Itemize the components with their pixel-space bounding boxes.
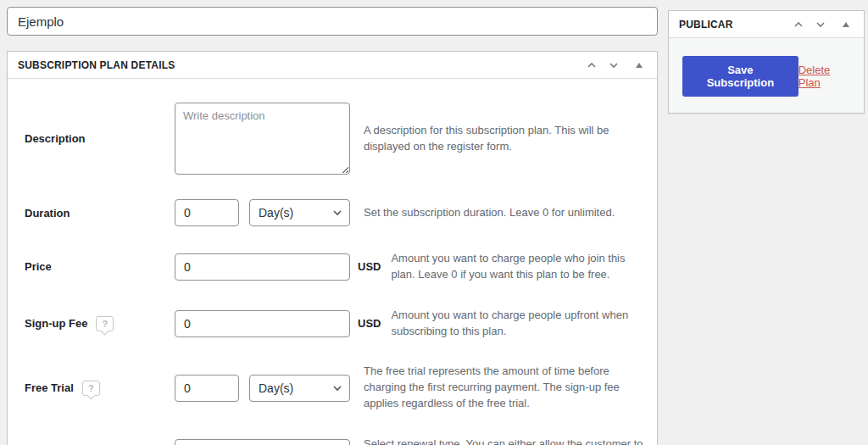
plan-title-input[interactable] [7,7,658,36]
free-trial-unit-select[interactable]: Day(s) [249,375,350,402]
main-column: SUBSCRIPTION PLAN DETAILS Description [7,7,658,445]
duration-help: Set the subscription duration. Leave 0 f… [364,205,643,221]
description-row: Description A description for this subsc… [18,103,648,175]
description-textarea[interactable] [175,103,350,175]
price-currency-label: USD [358,260,381,273]
free-trial-help: The free trial represents the amount of … [364,364,643,412]
signup-fee-row: Sign-up Fee ? USD Amount you want to cha… [18,308,648,340]
delete-plan-link[interactable]: Delete Plan [798,64,852,89]
triangle-up-icon [843,22,849,27]
chevron-down-icon[interactable] [813,17,828,32]
price-input[interactable] [175,253,350,281]
sidebar-column: PUBLICAR Save Subscription Delete Plan [668,10,865,114]
save-subscription-button[interactable]: Save Subscription [682,56,798,97]
publish-box: PUBLICAR Save Subscription Delete Plan [668,10,865,114]
publish-box-body: Save Subscription Delete Plan [669,38,864,113]
free-trial-label: Free Trial [25,381,74,394]
description-help: A description for this subscription plan… [364,123,643,155]
chevron-up-icon[interactable] [791,17,806,32]
chevron-up-icon[interactable] [584,58,599,73]
details-box-controls [584,58,647,73]
description-label: Description [18,132,175,145]
publish-box-title: PUBLICAR [679,19,791,31]
chevron-down-icon[interactable] [606,58,621,73]
signup-fee-currency-label: USD [358,317,381,330]
price-label: Price [18,260,175,273]
details-box-header: SUBSCRIPTION PLAN DETAILS [8,52,657,79]
help-tooltip-icon[interactable]: ? [82,381,100,396]
price-help: Amount you want to charge people who joi… [391,251,643,283]
details-box-title: SUBSCRIPTION PLAN DETAILS [18,59,584,71]
duration-row: Duration Day(s) Set the subscription dur… [18,199,648,226]
renewal-row: Renewal Settings default Select renewal … [18,437,648,445]
triangle-up-icon [636,63,643,68]
signup-fee-input[interactable] [175,310,350,337]
details-form: Description A description for this subsc… [8,79,657,445]
collapse-toggle-icon[interactable] [838,17,854,32]
signup-fee-help: Amount you want to charge people upfront… [391,308,643,340]
signup-fee-label: Sign-up Fee [25,317,87,330]
collapse-toggle-icon[interactable] [632,58,647,73]
help-tooltip-icon[interactable]: ? [96,316,114,331]
duration-label: Duration [18,207,175,220]
publish-box-header: PUBLICAR [669,11,864,38]
publish-box-controls [791,17,854,32]
subscription-plan-details-box: SUBSCRIPTION PLAN DETAILS Description [7,51,658,445]
free-trial-row: Free Trial ? Day(s) The free trial repre… [18,364,648,412]
price-row: Price USD Amount you want to charge peop… [18,251,648,283]
duration-input[interactable] [175,199,239,226]
renewal-help: Select renewal type. You can either allo… [364,437,643,445]
free-trial-input[interactable] [175,375,239,402]
renewal-select[interactable]: Settings default [175,439,350,445]
duration-unit-select[interactable]: Day(s) [249,199,350,226]
